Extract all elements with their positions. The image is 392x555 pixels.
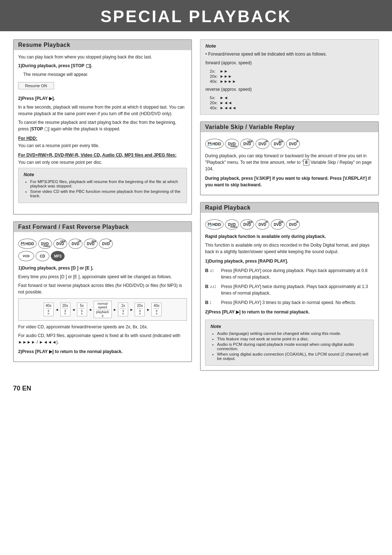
variable-body: 💾 HDD DVD Video DVD +RW DVD <box>201 132 378 195</box>
for-vcd-text: For video CD, approximate forward/revers… <box>18 324 187 330</box>
variable-title: Variable Skip / Variable Replay <box>201 122 378 132</box>
arrow-left: ◄ <box>55 308 59 312</box>
for-hdd-label: For HDD: <box>18 135 187 142</box>
resume-note-title: Note <box>24 172 181 177</box>
fast-section: Fast Forward / Fast Reverse Playback 💾 H… <box>13 221 192 362</box>
note-item: Audio (language) setting cannot be chang… <box>217 331 368 336</box>
rapid-step1: 1)During playback, press [RAPID PLAY]. <box>205 258 374 264</box>
dvd-r-badge2: DVD +R <box>256 139 269 149</box>
right-column: Note • Forward/reverse speed will be ind… <box>200 39 379 377</box>
table-row: 5x: ►◄ <box>210 96 236 100</box>
rapid-item-2: B ♪♪: Press [RAPID PLAY] twice during pl… <box>205 283 374 296</box>
speed-diagram: 40x g h ◄ 20x g h ◄ 5x g <box>18 298 187 321</box>
mp3-badge: MP3 <box>51 251 65 261</box>
table-row: 2x: ►► <box>210 69 236 73</box>
rapid-intro: This function is available only on discs… <box>205 242 374 255</box>
speed-label: 20x: <box>210 74 219 78</box>
speed-5x-rev: 5x g h <box>77 303 87 316</box>
cd-badge: CD <box>36 251 49 261</box>
dvd-r2-badge: DVD -R <box>99 239 113 249</box>
fast-step1: 1)During playback, press [D ] or [E ]. <box>18 265 187 271</box>
dvd-rw-badge: DVD +RW <box>53 239 67 249</box>
speed-20x-rev: 20x g h <box>60 303 70 316</box>
arrow-right: ► <box>113 308 117 312</box>
hdd-icon: 💾 <box>21 242 25 246</box>
dvd-video-badge: DVD Video <box>38 239 52 249</box>
table-row: 40x: ►◄◄◄ <box>210 106 236 110</box>
top-note: Note • Forward/reverse speed will be ind… <box>200 39 379 115</box>
step2-label: 2)Press [PLAY ▶]. <box>18 95 187 102</box>
arrow-left2: ◄ <box>72 308 75 312</box>
resume-on-box: Resume ON <box>18 82 54 89</box>
speed-icon: ►◄◄ <box>220 101 236 105</box>
note-item: For MP3/JPEG files, playback will resume… <box>30 179 181 188</box>
speed-icon: ►► <box>220 69 236 73</box>
step1-label: 1)During playback, press [STOP ▢]. <box>18 62 187 69</box>
table-row: 20x: ►◄◄ <box>210 101 236 105</box>
rapid-note-title: Note <box>211 324 368 329</box>
rapid-sym-3: B : <box>205 299 219 305</box>
rapid-note-list: Audio (language) setting cannot be chang… <box>211 331 368 361</box>
forward-speeds-table: 2x: ►► 20x: ►►► 40x: ►►►► <box>209 68 237 84</box>
speed-label: 20x: <box>210 101 219 105</box>
rapid-text-3: Press [RAPID PLAY] 3 times to play back … <box>221 299 374 306</box>
reverse-speeds-table: 5x: ►◄ 20x: ►◄◄ 40x: ►◄◄◄ <box>209 95 237 111</box>
reverse-label: reverse (approx. speed) <box>205 86 373 93</box>
arrow-right3: ► <box>146 308 150 312</box>
table-row: 40x: ►►►► <box>210 79 236 84</box>
dvd-r2-badge3: DVD -R <box>286 219 300 230</box>
rapid-body: 💾 HDD DVD Video DVD +RW DVD <box>201 213 378 370</box>
note-item: Audio is PCM during rapid playback mode … <box>217 342 368 351</box>
top-note-title: Note <box>205 43 373 49</box>
note-item: Some video CD with the PBC function resu… <box>30 189 181 198</box>
for-audio-text: For audio CD, MP3 files, approximate spe… <box>18 332 187 345</box>
dvd-rw2-badge3: DVD -RW <box>271 219 285 230</box>
step2-body: In a few seconds, playback will resume f… <box>18 104 187 117</box>
media-icons-row: 💾 HDD DVD Video DVD +RW DVD <box>18 239 187 249</box>
speed-icon: ►►► <box>220 74 236 78</box>
forward-label: forward (approx. speed) <box>205 60 373 66</box>
page-header: SPECIAL PLAYBACK <box>0 0 392 31</box>
dvd-r-badge: DVD +R <box>69 239 82 249</box>
dvd-video-badge3: DVD Video <box>225 219 239 230</box>
hdd-badge2: 💾 HDD <box>205 139 224 149</box>
hdd-label: HDD <box>25 242 34 246</box>
fast-step2: 2)Press [PLAY ▶] to return to the normal… <box>18 348 187 355</box>
note-item: This feature may not work at some point … <box>217 337 368 341</box>
variable-bold: During playback, press [V.SKIP] if you w… <box>205 175 374 188</box>
dvd-r2-badge2: DVD -R <box>286 139 300 149</box>
step1-text: 1)During playback, press [STOP ▢]. <box>18 63 92 68</box>
fast-body: 💾 HDD DVD Video DVD +RW DVD <box>14 232 191 361</box>
resume-intro: You can play back from where you stopped… <box>18 54 187 60</box>
page-number: 70 EN <box>0 377 392 392</box>
rapid-item-1: B ♪: Press [RAPID PLAY] once during play… <box>205 267 374 280</box>
resume-section: Resume Playback You can play back from w… <box>13 39 192 215</box>
rapid-title: Rapid Playback <box>201 203 378 213</box>
page-title: SPECIAL PLAYBACK <box>0 7 392 26</box>
dvd-rw-badge2: DVD +RW <box>240 139 254 149</box>
resume-note-list: For MP3/JPEG files, playback will resume… <box>24 179 181 198</box>
step1-detail: The resume message will appear. <box>18 71 187 78</box>
cancel-text: To cancel the resume playback and start … <box>18 119 187 132</box>
speed-icon: ►◄ <box>220 96 236 100</box>
speed-label: 5x: <box>210 96 219 100</box>
rapid-sym-2: B ♪♪: <box>205 283 219 289</box>
fast-title: Fast Forward / Fast Reverse Playback <box>14 222 191 232</box>
speed-label: 40x: <box>210 79 219 84</box>
vcd-badge: VCD <box>18 251 34 261</box>
left-column: Resume Playback You can play back from w… <box>13 39 192 377</box>
rapid-section: Rapid Playback 💾 HDD DVD Video DV <box>200 202 379 371</box>
rapid-item-3: B : Press [RAPID PLAY] 3 times to play b… <box>205 299 374 306</box>
dvd-r-badge3: DVD +R <box>256 219 269 230</box>
fast-step1-body2: Fast forward or fast reverse playback ac… <box>18 282 187 295</box>
hdd-badge: 💾 HDD <box>18 239 37 249</box>
media-icons-row2: VCD CD MP3 <box>18 251 187 261</box>
speed-label: 40x: <box>210 106 219 110</box>
rapid-media-icons: 💾 HDD DVD Video DVD +RW DVD <box>205 219 374 230</box>
speed-icon: ►◄◄◄ <box>220 106 236 110</box>
dvd-video-badge2: DVD Video <box>225 139 239 149</box>
rapid-step2: 2)Press [PLAY ▶] to return to the normal… <box>205 309 374 315</box>
resume-body: You can play back from where you stopped… <box>14 50 191 214</box>
dvd-rw-badge3: DVD +RW <box>240 219 254 230</box>
speed-label: 2x: <box>210 69 219 73</box>
